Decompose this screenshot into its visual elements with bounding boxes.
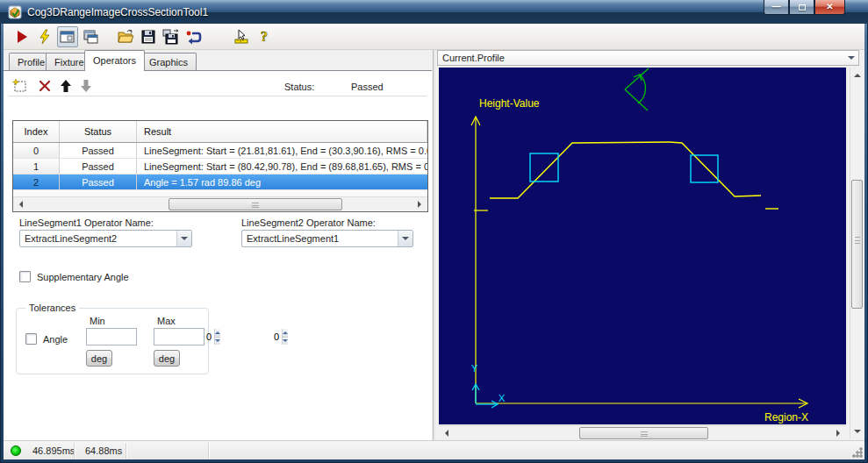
angle-tolerance-checkbox[interactable]	[25, 333, 37, 345]
min-unit-button[interactable]: deg	[86, 350, 112, 367]
add-operator-button[interactable]	[12, 78, 27, 93]
status-label: Status:	[284, 82, 314, 92]
profile-graph[interactable]: Height-Value Region-X	[439, 68, 846, 424]
linesegment1-label: LineSegment1 Operator Name:	[19, 217, 154, 228]
scroll-left-icon	[441, 430, 448, 437]
cell-index: 2	[13, 175, 60, 189]
scroll-right-button[interactable]	[831, 426, 846, 440]
table-row-selected[interactable]: 2 Passed Angle = 1.57 rad 89.86 deg	[13, 175, 427, 190]
combo-dropdown-button[interactable]	[176, 231, 191, 246]
results-table: Index Status Result 0 Passed LineSegment…	[12, 120, 428, 212]
toolbar-separator	[9, 96, 427, 96]
maximize-button[interactable]	[789, 0, 814, 15]
h-scrollbar-thumb[interactable]	[169, 198, 342, 210]
profile-display-panel: Current.Profile Height-Value Region-X	[435, 50, 864, 440]
combo-dropdown-button[interactable]	[398, 231, 412, 246]
move-up-button[interactable]	[58, 78, 73, 93]
save-as-button[interactable]	[161, 26, 182, 47]
reset-button[interactable]	[183, 26, 204, 47]
minimize-button[interactable]: —	[764, 0, 789, 15]
chevron-down-icon	[181, 237, 188, 244]
scroll-left-icon	[16, 201, 23, 208]
table-h-scrollbar[interactable]	[13, 196, 427, 211]
statusbar-separator	[126, 443, 127, 459]
max-input[interactable]	[154, 329, 282, 345]
result-display-icon	[60, 29, 75, 45]
delete-operator-button[interactable]	[37, 78, 52, 93]
max-spinner	[154, 328, 204, 345]
resize-grip[interactable]	[851, 446, 863, 458]
origin-y-label: Y	[471, 363, 478, 374]
min-spinner	[86, 328, 137, 345]
floating-display-button[interactable]	[80, 26, 101, 47]
scroll-right-button[interactable]	[412, 197, 427, 211]
statusbar-separator	[208, 443, 210, 459]
close-button[interactable]: ✕	[814, 0, 845, 15]
scroll-left-button[interactable]	[13, 197, 28, 211]
client-area: ? Profile Fixture Operators Graphics	[4, 24, 864, 459]
max-spin-up-button[interactable]	[283, 329, 288, 337]
tab-operators[interactable]: Operators	[84, 50, 145, 71]
title-bar[interactable]: Cog3DRangeImageCrossSectionTool1 — ✕	[0, 0, 868, 24]
spin-up-icon	[283, 329, 288, 334]
move-up-icon	[59, 79, 73, 93]
supplementary-angle-row: Supplementary Angle	[19, 271, 129, 282]
table-row[interactable]: 0 Passed LineSegment: Start = (21.81,81.…	[13, 143, 427, 159]
tab-graphics[interactable]: Graphics	[140, 53, 197, 71]
record-selector-value: Current.Profile	[438, 53, 843, 63]
linesegment2-combo[interactable]: ExtractLineSegment1	[241, 230, 413, 247]
max-unit-button[interactable]: deg	[154, 350, 180, 367]
run-button[interactable]	[11, 26, 32, 47]
save-button[interactable]	[138, 26, 159, 47]
angle-tolerance-label: Angle	[43, 334, 68, 345]
angle-marker	[625, 68, 649, 110]
supplementary-angle-label: Supplementary Angle	[37, 272, 129, 282]
tolerances-group: Tolerances Angle Min Max	[16, 308, 209, 374]
combo-value: ExtractLineSegment1	[242, 233, 398, 244]
tolerances-caption: Tolerances	[25, 303, 79, 313]
open-icon	[117, 29, 134, 45]
tool-pointer-button[interactable]	[231, 26, 252, 47]
column-header-index[interactable]: Index	[13, 121, 60, 142]
scroll-up-button[interactable]	[850, 68, 864, 82]
open-button[interactable]	[115, 26, 136, 47]
move-down-button[interactable]	[78, 78, 93, 93]
angle-tolerance-row: Angle	[25, 333, 68, 345]
cell-result: LineSegment: Start = (21.81,81.61), End …	[137, 143, 427, 158]
electric-run-button[interactable]	[34, 26, 55, 47]
app-window: Cog3DRangeImageCrossSectionTool1 — ✕	[0, 0, 868, 463]
segment2-box	[691, 155, 718, 182]
table-header: Index Status Result	[13, 121, 427, 143]
table-row[interactable]: 1 Passed LineSegment: Start = (80.42,90.…	[13, 159, 427, 175]
status-bar: 46.895ms 64.88ms	[4, 440, 864, 459]
tab-strip: Profile Fixture Operators Graphics	[4, 50, 432, 71]
maximize-icon	[799, 4, 806, 11]
cell-result: Angle = 1.57 rad 89.86 deg	[137, 175, 427, 189]
chevron-down-icon	[848, 56, 855, 63]
result-display-button[interactable]	[57, 26, 78, 47]
segment1-box	[530, 153, 558, 182]
help-button[interactable]: ?	[254, 26, 275, 47]
column-header-result[interactable]: Result	[137, 121, 427, 142]
scroll-up-icon	[854, 70, 861, 77]
column-header-status[interactable]: Status	[60, 121, 137, 142]
x-axis-label: Region-X	[764, 411, 808, 424]
scroll-left-button[interactable]	[439, 426, 454, 440]
supplementary-angle-checkbox[interactable]	[19, 271, 31, 282]
electric-run-icon	[37, 29, 53, 45]
graph-v-scrollbar[interactable]	[850, 68, 864, 438]
cell-status: Passed	[60, 143, 137, 158]
max-spin-down-button[interactable]	[283, 337, 288, 345]
h-scrollbar-thumb[interactable]	[579, 427, 708, 439]
origin-axes	[472, 384, 498, 408]
line-segment-markers	[530, 153, 718, 182]
v-scrollbar-thumb[interactable]	[851, 180, 863, 309]
scroll-right-icon	[836, 430, 843, 437]
record-selector-combo[interactable]: Current.Profile	[437, 50, 859, 66]
operators-panel: Profile Fixture Operators Graphics	[4, 50, 432, 440]
reset-icon	[185, 29, 203, 45]
cell-status: Passed	[60, 175, 137, 189]
linesegment1-combo[interactable]: ExtractLineSegment2	[19, 230, 192, 247]
scroll-down-button[interactable]	[850, 424, 864, 438]
graph-h-scrollbar[interactable]	[439, 425, 846, 438]
